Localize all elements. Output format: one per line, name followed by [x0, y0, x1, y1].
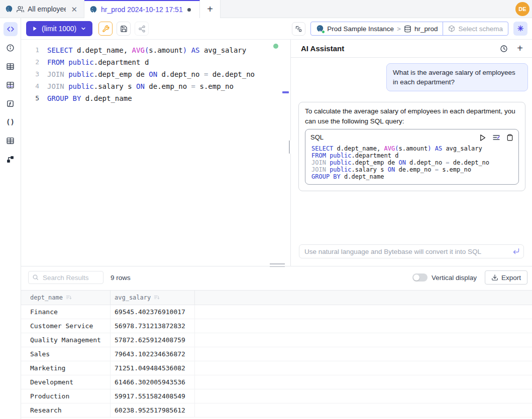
sidebar-item-sql-editor[interactable] [4, 22, 18, 36]
ai-response-intro: To calculate the average salary of emplo… [305, 107, 515, 125]
function-icon [6, 99, 15, 108]
openai-icon: ✳ [517, 24, 524, 33]
database-name: hr_prod [414, 25, 438, 33]
cell-dept-name[interactable]: Finance [21, 305, 111, 319]
cell-dept-name[interactable]: Production [21, 389, 111, 403]
sidebar-item-functions[interactable] [4, 96, 18, 110]
ai-assistant-header: AI Assistant + [291, 40, 532, 58]
user-avatar[interactable]: DE [515, 2, 529, 16]
share-button[interactable] [135, 22, 149, 36]
export-button[interactable]: Export [485, 270, 527, 285]
tab-all-employee[interactable]: All employee ✕ [0, 0, 84, 18]
sidebar-item-data[interactable] [4, 78, 18, 92]
vertical-display-label: Vertical display [432, 274, 477, 282]
cell-dept-name[interactable]: Customer Service [21, 319, 111, 333]
horizontal-splitter-grip[interactable] [270, 263, 285, 267]
column-header-dept-name[interactable]: dept_name [21, 291, 111, 305]
new-tab-button[interactable]: + [200, 0, 221, 18]
sort-icon[interactable] [66, 295, 72, 301]
sidebar-item-tables[interactable] [4, 59, 18, 73]
insert-sql-icon[interactable] [492, 133, 500, 142]
play-icon [32, 26, 38, 32]
ai-response-message: To calculate the average salary of emplo… [298, 102, 525, 191]
enter-return-icon[interactable] [512, 247, 520, 255]
close-icon[interactable]: ✕ [69, 5, 79, 14]
cell-avg-salary[interactable]: 56978.731213872832 [111, 319, 195, 333]
sql-editor[interactable]: 1SELECT d.dept_name, AVG(s.amount) AS av… [21, 40, 290, 266]
cell-dept-name[interactable]: Marketing [21, 361, 111, 375]
unsaved-dot-icon [187, 8, 191, 12]
info-icon [6, 44, 15, 52]
instance-database-section[interactable]: Prod Sample Instance > hr_prod [311, 22, 443, 35]
ai-code-block: SQL SELECT d.dept_name, AVG(s.amount) AS… [305, 129, 519, 185]
copy-icon[interactable] [506, 134, 513, 141]
tab-bar: All employee ✕ hr_prod 2024-10-12 17:51 … [0, 0, 532, 18]
sidebar-item-info[interactable] [4, 41, 18, 55]
parentheses-icon: () [6, 118, 15, 126]
cell-avg-salary[interactable]: 61466.302005943536 [111, 375, 195, 389]
ai-assistant-button[interactable]: ✳ [513, 22, 527, 36]
cell-dept-name[interactable]: Sales [21, 347, 111, 361]
postgres-icon [316, 25, 324, 33]
admin-wrench-button[interactable] [98, 22, 113, 36]
sidebar-item-schema-diagram[interactable] [4, 152, 18, 166]
run-query-button[interactable]: (limit 1000) [26, 21, 92, 36]
overview-ruler-cursor-mark [282, 91, 289, 93]
chevron-down-icon[interactable] [80, 26, 86, 32]
toggle-knob [413, 274, 419, 281]
editor-toolbar: (limit 1000) Prod Sample Instance [21, 18, 532, 40]
download-icon [491, 274, 498, 281]
breadcrumb-separator: > [397, 25, 401, 33]
table-row[interactable]: Customer Service56978.731213872832 [21, 319, 532, 333]
row-count: 9 rows [111, 274, 131, 282]
column-header-avg-salary[interactable]: avg_salary [111, 291, 195, 305]
cell-dept-name[interactable]: Quality Management [21, 333, 111, 347]
connection-selector[interactable]: Prod Sample Instance > hr_prod Select sc… [310, 22, 508, 36]
table-row[interactable]: Marketing71251.049484536082 [21, 361, 532, 375]
ai-assistant-panel: AI Assistant + What is the average salar… [291, 40, 532, 266]
save-sheet-button[interactable] [117, 22, 131, 36]
results-table-body: Finance69545.402376910017Customer Servic… [21, 305, 532, 417]
results-toolbar: 9 rows Vertical display Export [21, 266, 532, 289]
cell-avg-salary[interactable]: 71251.049484536082 [111, 361, 195, 375]
cell-dept-name[interactable]: Development [21, 375, 111, 389]
new-chat-plus-icon[interactable]: + [513, 42, 527, 56]
search-results-input[interactable] [28, 271, 103, 284]
cell-avg-salary[interactable]: 69545.402376910017 [111, 305, 195, 319]
table-row[interactable]: Quality Management57872.625912408759 [21, 333, 532, 347]
table-row[interactable]: Production59917.551582408549 [21, 389, 532, 403]
sidebar-item-procedures[interactable]: () [4, 115, 18, 129]
cell-avg-salary[interactable]: 57872.625912408759 [111, 333, 195, 347]
cell-avg-salary[interactable]: 60238.952517985612 [111, 403, 195, 417]
editor-code[interactable]: 1SELECT d.dept_name, AVG(s.amount) AS av… [21, 40, 290, 104]
table-row[interactable]: Development61466.302005943536 [21, 375, 532, 389]
run-sql-icon[interactable] [479, 134, 486, 142]
schema-placeholder: Select schema [458, 25, 503, 33]
ai-assistant-title: AI Assistant [301, 44, 497, 53]
table-row[interactable]: Research60238.952517985612 [21, 403, 532, 417]
tab-hr-prod[interactable]: hr_prod 2024-10-12 17:51 [84, 0, 200, 18]
cell-avg-salary[interactable]: 59917.551582408549 [111, 389, 195, 403]
ai-prompt-input[interactable] [299, 244, 524, 258]
table-row[interactable]: Sales79643.102234636872 [21, 347, 532, 361]
sidebar-item-views[interactable] [4, 133, 18, 148]
cube-icon [448, 25, 455, 32]
share-icon [138, 25, 146, 33]
table-icon [6, 62, 15, 71]
schema-selector[interactable]: Select schema [443, 22, 508, 35]
postgres-icon [89, 6, 97, 14]
instance-name: Prod Sample Instance [327, 25, 394, 33]
sort-icon[interactable] [154, 295, 160, 301]
database-icon [404, 25, 411, 33]
cell-avg-salary[interactable]: 79643.102234636872 [111, 347, 195, 361]
users-icon [17, 6, 24, 13]
batch-query-icon [295, 25, 302, 33]
vertical-display-toggle[interactable] [412, 273, 428, 282]
table-data-icon [6, 81, 15, 89]
cell-dept-name[interactable]: Research [21, 403, 111, 417]
batch-query-button[interactable] [292, 22, 305, 36]
history-clock-icon[interactable] [497, 42, 511, 56]
table-row[interactable]: Finance69545.402376910017 [21, 305, 532, 319]
postgres-icon [5, 5, 13, 13]
schema-diagram-icon [6, 155, 15, 164]
